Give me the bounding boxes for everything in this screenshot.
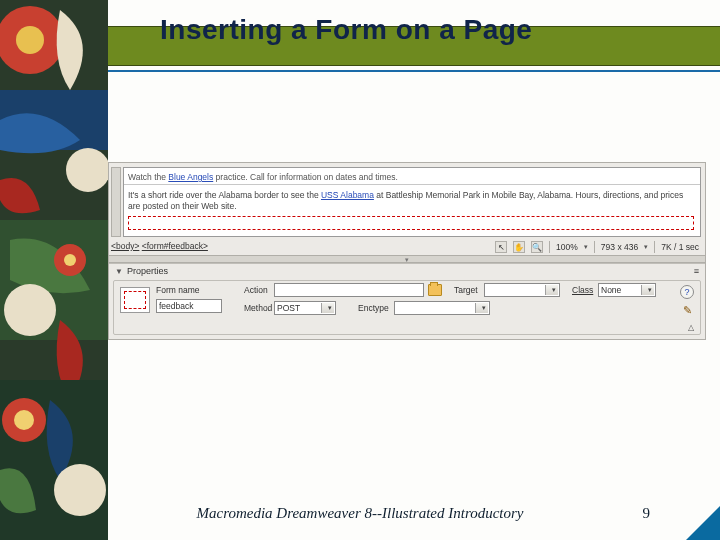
- text-fragment: Watch the: [128, 172, 168, 182]
- doc-text-line-2: It's a short ride over the Alabama borde…: [128, 190, 696, 212]
- zoom-tool-icon[interactable]: 🔍: [531, 241, 543, 253]
- chevron-down-icon[interactable]: ▾: [644, 243, 648, 251]
- panel-menu-icon[interactable]: ≡: [694, 266, 699, 276]
- enctype-select[interactable]: [394, 301, 490, 315]
- zoom-level[interactable]: 100%: [556, 242, 578, 252]
- svg-point-2: [16, 26, 44, 54]
- pointer-tool-icon[interactable]: ↖: [495, 241, 507, 253]
- svg-point-8: [4, 284, 56, 336]
- svg-point-7: [64, 254, 76, 266]
- page-size-estimate: 7K / 1 sec: [661, 242, 699, 252]
- panel-title-label: Properties: [127, 266, 168, 276]
- document-canvas[interactable]: Watch the Blue Angels practice. Call for…: [123, 167, 701, 237]
- expand-arrow-icon[interactable]: ▼: [115, 267, 123, 276]
- properties-panel: ▼ Properties ≡ Form name feedback Action…: [109, 263, 705, 339]
- collapse-panel-icon[interactable]: △: [688, 323, 694, 332]
- chevron-down-icon[interactable]: ▾: [584, 243, 588, 251]
- form-category-icon: [120, 287, 150, 313]
- method-label: Method: [244, 303, 272, 313]
- class-label: Class: [572, 285, 593, 295]
- svg-point-4: [66, 148, 108, 192]
- link-blue-angels[interactable]: Blue Angels: [168, 172, 213, 182]
- properties-body: Form name feedback Action Method POST En…: [113, 280, 701, 335]
- action-input[interactable]: [274, 283, 424, 297]
- link-uss-alabama[interactable]: USS Alabama: [321, 190, 374, 200]
- separator: [594, 241, 595, 253]
- svg-point-11: [14, 410, 34, 430]
- tag-selector-path[interactable]: <body> <form#feedback>: [111, 241, 208, 251]
- form-name-label: Form name: [156, 285, 199, 295]
- page-number: 9: [643, 505, 651, 522]
- class-select[interactable]: None: [598, 283, 656, 297]
- dreamweaver-screenshot: Watch the Blue Angels practice. Call for…: [108, 162, 706, 340]
- tag-body[interactable]: <body>: [111, 241, 139, 251]
- panel-resize-grip[interactable]: [109, 255, 705, 263]
- slide-footer: Macromedia Dreamweaver 8--Illustrated In…: [0, 505, 720, 522]
- method-select[interactable]: POST: [274, 301, 336, 315]
- decorative-sidebar-art: [0, 0, 108, 540]
- form-boundary-outline[interactable]: [128, 216, 694, 230]
- vertical-ruler: [111, 167, 121, 237]
- title-underline: [108, 70, 720, 72]
- help-icon[interactable]: ?: [680, 285, 694, 299]
- hand-tool-icon[interactable]: ✋: [513, 241, 525, 253]
- text-fragment: practice. Call for information on dates …: [213, 172, 398, 182]
- separator: [549, 241, 550, 253]
- slide-title: Inserting a Form on a Page: [160, 14, 532, 46]
- status-bar: ↖ ✋ 🔍 100% ▾ 793 x 436 ▾ 7K / 1 sec: [495, 241, 699, 253]
- horizontal-rule: [124, 184, 700, 185]
- painting-swatch: [0, 0, 108, 540]
- tag-form[interactable]: <form#feedback>: [142, 241, 208, 251]
- action-label: Action: [244, 285, 268, 295]
- separator: [654, 241, 655, 253]
- enctype-label: Enctype: [358, 303, 389, 313]
- target-select[interactable]: [484, 283, 560, 297]
- quick-tag-editor-icon[interactable]: ✎: [680, 303, 694, 317]
- window-dimensions[interactable]: 793 x 436: [601, 242, 638, 252]
- form-name-input[interactable]: feedback: [156, 299, 222, 313]
- corner-decoration: [686, 506, 720, 540]
- target-label: Target: [454, 285, 478, 295]
- browse-folder-icon[interactable]: [428, 284, 442, 296]
- text-fragment: It's a short ride over the Alabama borde…: [128, 190, 321, 200]
- doc-text-line-1: Watch the Blue Angels practice. Call for…: [128, 172, 398, 182]
- properties-panel-header[interactable]: ▼ Properties: [115, 266, 168, 276]
- slide: Inserting a Form on a Page Watch the Blu…: [0, 0, 720, 540]
